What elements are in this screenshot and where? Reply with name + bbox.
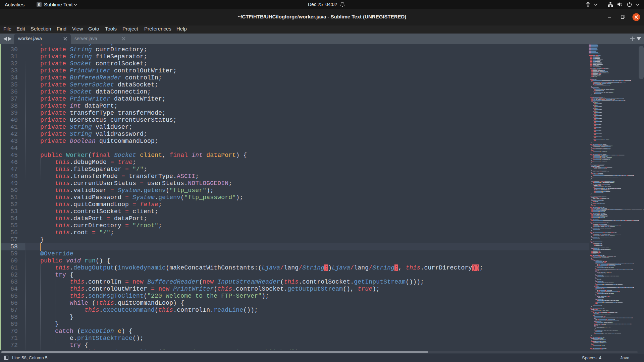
svg-text:S: S bbox=[38, 3, 40, 7]
